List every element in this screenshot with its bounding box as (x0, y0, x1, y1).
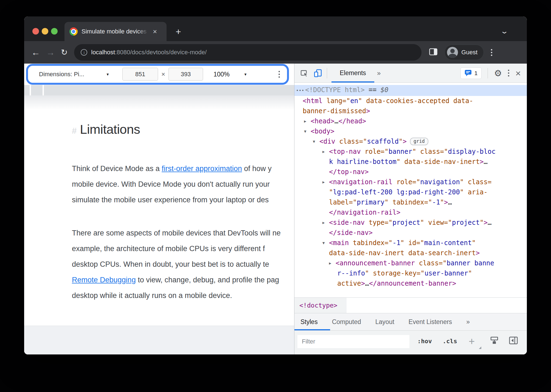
expand-arrow-icon[interactable]: ▶ (322, 147, 325, 157)
paragraph: Think of Device Mode as a first-order ap… (72, 161, 294, 208)
dom-tree-node-line[interactable]: </navigation-rail> (294, 208, 527, 218)
side-panel-icon[interactable] (429, 48, 437, 56)
expand-arrow-icon[interactable]: ▶ (329, 258, 331, 268)
tab-layout[interactable]: Layout (375, 318, 394, 326)
text-run: desktop CPUs. When in doubt, your best b… (72, 260, 269, 268)
dom-tree-node-line[interactable]: data-side-nav-inert data-search-inert> (294, 248, 527, 258)
text-run: Think of Device Mode as a (72, 164, 162, 173)
maximize-window-button[interactable] (51, 28, 58, 35)
minimize-window-button[interactable] (42, 28, 48, 35)
more-panels-icon[interactable]: » (377, 69, 380, 77)
viewport-ruler (24, 85, 294, 95)
page-paragraphs: Think of Device Mode as a first-order ap… (72, 161, 294, 303)
dimensions-dropdown[interactable]: Dimensions: Pi... (39, 71, 84, 78)
expand-arrow-icon[interactable]: ▶ (322, 218, 325, 228)
devtools-menu-icon[interactable] (508, 70, 509, 76)
code-token-tag: <announcement-banner (336, 259, 415, 267)
dom-tree-node-line[interactable]: </side-nav> (294, 228, 527, 238)
expand-arrow-icon[interactable]: ▶ (304, 116, 306, 126)
code-token-attr: " (460, 178, 464, 186)
code-token-attr: tabindex (349, 239, 384, 247)
address-bar[interactable]: i localhost:8080/docs/devtools/device-mo… (74, 44, 421, 61)
code-token-attr: " (468, 269, 472, 277)
paragraph-line: Remote Debugging to view, change, debug,… (72, 272, 294, 288)
profile-button[interactable]: Guest (445, 45, 484, 60)
code-token-attr: class (335, 138, 359, 145)
dom-tree-node-line[interactable]: active>…</announcement-banner> (294, 279, 527, 289)
collapse-arrow-icon[interactable]: ▼ (313, 137, 315, 147)
styles-filter-input[interactable] (297, 335, 409, 348)
collapse-arrow-icon[interactable]: ▼ (304, 126, 306, 137)
text-link[interactable]: Remote Debugging (72, 276, 136, 284)
browser-tab[interactable]: Simulate mobile devices with D × (64, 22, 167, 41)
tab-styles[interactable]: Styles (300, 318, 318, 326)
dom-tree-node-line[interactable]: ▶<head>…</head> (294, 116, 527, 126)
code-token-dots: ••• (296, 88, 304, 93)
paragraph-line: There are some aspects of mobile devices… (72, 225, 294, 241)
browser-menu-icon[interactable] (491, 49, 492, 56)
zoom-dropdown[interactable]: 100% (213, 71, 230, 78)
code-token-attr: " (420, 219, 424, 226)
tab-close-icon[interactable]: × (153, 28, 157, 35)
issues-chat-icon (465, 70, 472, 77)
code-token-val: k hairline-bottom (329, 158, 397, 166)
back-button[interactable]: ← (31, 48, 40, 57)
dom-tree-node-line[interactable]: <html lang="en" data-cookies-accepted da… (294, 96, 527, 106)
dom-tree-node-line[interactable]: ▼<body> (294, 126, 527, 137)
code-token-attr: " (412, 148, 416, 155)
tab-computed[interactable]: Computed (332, 318, 361, 326)
new-style-rule-button[interactable]: + (469, 336, 475, 347)
expand-arrow-icon[interactable]: ▶ (322, 177, 325, 187)
dom-tree-node-line[interactable]: ▼<main tabindex="-1" id="main-content" (294, 238, 527, 248)
dom-tree-node-line[interactable]: banner-dismissed> (294, 106, 527, 116)
collapse-arrow-icon[interactable]: ▼ (322, 238, 325, 248)
dom-tree-node-line[interactable]: </top-nav> (294, 167, 527, 177)
heading-anchor-hash[interactable]: # (72, 126, 77, 136)
dom-tree-node-line[interactable]: ▶<announcement-banner class="banner bann… (294, 258, 527, 268)
tab-search-chevron-icon[interactable]: ⌄ (500, 27, 508, 35)
toggle-sidebar-icon[interactable] (509, 336, 518, 346)
url-path: :8080/docs/devtools/device-mode/ (115, 49, 207, 56)
code-token-attr: " (358, 97, 362, 105)
browser-toolbar: ← → ↻ i localhost:8080/docs/devtools/dev… (24, 41, 527, 64)
new-tab-button[interactable]: + (176, 26, 181, 37)
toolbar-divider (488, 68, 488, 78)
code-token-attr: role (392, 178, 412, 186)
reload-button[interactable]: ↻ (61, 48, 68, 57)
dom-tree-node-line[interactable]: r--info" storage-key="user-banner" (294, 268, 527, 279)
code-token-plain: … (484, 158, 488, 166)
settings-gear-icon[interactable]: ⚙ (494, 69, 502, 78)
dom-tree-node-line[interactable]: label="primary" tabindex="-1">… (294, 197, 527, 208)
viewport-width-input[interactable] (122, 68, 158, 81)
dom-tree-node-line[interactable]: ▶<top-nav role="banner" class="display-b… (294, 147, 527, 157)
toggle-hover-state-button[interactable]: :hov (417, 338, 432, 345)
dom-tree-node-line[interactable]: ▶<navigation-rail role="navigation" clas… (294, 177, 527, 187)
zoom-caret-icon[interactable]: ▼ (244, 72, 247, 76)
dom-tree-node-line[interactable]: k hairline-bottom" data-side-nav-inert>… (294, 157, 527, 167)
dimensions-caret-icon[interactable]: ▼ (106, 72, 109, 76)
rendering-emulation-icon[interactable] (490, 336, 499, 346)
code-token-val: en (350, 97, 358, 105)
tab-elements[interactable]: Elements (331, 64, 374, 83)
tab-event-listeners[interactable]: Event Listeners (409, 318, 452, 326)
styles-filter-row: :hov .cls + (294, 330, 527, 354)
inspect-element-icon[interactable] (300, 69, 309, 78)
dom-tree-node-line[interactable]: "lg:pad-left-200 lg:pad-right-200" aria- (294, 187, 527, 197)
viewport-height-input[interactable] (168, 68, 203, 81)
toggle-device-toolbar-icon[interactable] (314, 69, 322, 78)
devtools-close-icon[interactable]: × (515, 69, 521, 77)
issues-button[interactable]: 1 (460, 67, 482, 79)
code-token-tag: </navigation-rail> (329, 209, 400, 216)
dom-tree-node-line[interactable]: ▼<div class="scaffold">grid (294, 137, 527, 147)
breadcrumb-doctype[interactable]: <!doctype> (294, 298, 347, 313)
toggle-class-button[interactable]: .cls (443, 338, 457, 345)
dom-tree-node-line[interactable]: •••<!DOCTYPE html> == $0 (294, 85, 527, 96)
more-tabs-icon[interactable]: » (466, 318, 470, 326)
dom-tree-node-line[interactable]: ▶<side-nav type="project" view="project"… (294, 218, 527, 228)
device-toolbar-menu-icon[interactable] (279, 71, 280, 78)
close-window-button[interactable] (32, 28, 39, 35)
text-link[interactable]: first-order approximation (162, 164, 242, 173)
site-info-icon[interactable]: i (81, 49, 87, 56)
code-token-plain: … (448, 198, 452, 206)
code-token-val: navigation (420, 178, 460, 186)
